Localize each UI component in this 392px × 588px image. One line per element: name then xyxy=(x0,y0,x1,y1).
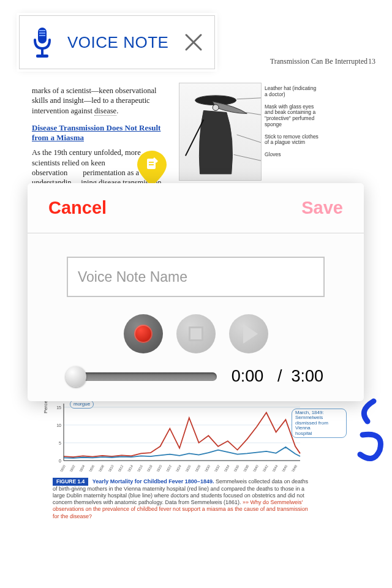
svg-text:1814: 1814 xyxy=(127,464,134,472)
stop-icon xyxy=(189,326,203,341)
svg-text:1822: 1822 xyxy=(165,464,172,472)
svg-text:1816: 1816 xyxy=(137,464,143,472)
svg-text:1810: 1810 xyxy=(107,464,114,472)
cancel-button[interactable]: Cancel xyxy=(48,198,107,218)
svg-line-2 xyxy=(237,98,261,99)
modal-toolbar: Cancel Save xyxy=(28,183,364,233)
microphone-icon xyxy=(31,26,54,58)
chart-callout-dismissed: March, 1849: Semmelweisdismissed from Vi… xyxy=(292,409,347,438)
svg-line-3 xyxy=(246,112,261,115)
svg-text:1826: 1826 xyxy=(184,464,191,472)
record-icon xyxy=(134,325,153,343)
voice-note-name-input[interactable] xyxy=(67,257,325,297)
voice-note-recorder-modal: Cancel Save 0:00 / 3:00 xyxy=(28,183,364,401)
play-button[interactable] xyxy=(229,314,268,353)
svg-text:1830: 1830 xyxy=(204,464,211,472)
svg-text:1848: 1848 xyxy=(291,464,298,472)
svg-text:1846: 1846 xyxy=(281,464,288,472)
section-heading: Disease Transmission Does Not Result fro… xyxy=(32,123,170,143)
time-display: 0:00 / 3:00 xyxy=(232,367,323,386)
mortality-chart: 0510151800180218041806180818101812181418… xyxy=(53,401,303,472)
para1-c: . xyxy=(116,107,118,115)
play-icon xyxy=(243,324,258,344)
svg-text:1812: 1812 xyxy=(117,464,124,472)
svg-rect-43 xyxy=(149,164,154,165)
figure-caption: FIGURE 1.4 Yearly Mortality for Childbed… xyxy=(53,478,310,520)
svg-rect-49 xyxy=(36,55,48,58)
svg-text:1802: 1802 xyxy=(69,464,75,472)
svg-text:1820: 1820 xyxy=(156,464,162,472)
svg-text:1804: 1804 xyxy=(78,464,85,472)
svg-rect-47 xyxy=(39,35,45,36)
svg-line-4 xyxy=(237,135,261,143)
para1-b: disease xyxy=(94,107,116,116)
svg-rect-42 xyxy=(149,162,154,163)
running-header: Transmission Can Be Interrupted 13 xyxy=(270,57,368,66)
svg-text:1828: 1828 xyxy=(194,464,201,472)
svg-text:1806: 1806 xyxy=(88,464,95,472)
figure-tag: FIGURE 1.4 xyxy=(53,478,88,486)
svg-text:1838: 1838 xyxy=(243,464,249,472)
voice-note-chip: VOICE NOTE xyxy=(19,15,215,69)
recorder-controls xyxy=(67,314,325,353)
plague-doctor-illustration xyxy=(179,83,262,181)
svg-text:1844: 1844 xyxy=(271,464,278,472)
svg-text:15: 15 xyxy=(56,405,61,410)
time-current: 0:00 xyxy=(232,367,264,385)
scrubber-thumb[interactable] xyxy=(66,366,86,387)
svg-text:1808: 1808 xyxy=(98,464,105,472)
svg-text:0: 0 xyxy=(59,459,61,463)
handwriting-scribble xyxy=(355,398,386,478)
svg-rect-48 xyxy=(41,48,43,55)
svg-text:1818: 1818 xyxy=(146,464,153,472)
time-total: 3:00 xyxy=(291,367,323,385)
time-separator: / xyxy=(277,367,282,385)
svg-line-5 xyxy=(234,154,261,160)
stop-button[interactable] xyxy=(176,314,216,353)
svg-text:1834: 1834 xyxy=(223,464,230,472)
voice-note-title: VOICE NOTE xyxy=(67,33,170,52)
svg-point-1 xyxy=(213,105,219,111)
scrubber-track[interactable] xyxy=(68,372,217,381)
svg-text:5: 5 xyxy=(59,441,61,445)
svg-rect-46 xyxy=(39,32,45,34)
illustration-labels: Leather hat (indicatinga doctor) Mask wi… xyxy=(265,86,338,164)
page-number: 13 xyxy=(368,57,375,66)
svg-text:10: 10 xyxy=(56,423,61,428)
running-header-text: Transmission Can Be Interrupted xyxy=(270,57,368,66)
figure-title: Yearly Mortality for Childbed Fever 1800… xyxy=(92,478,214,484)
svg-rect-45 xyxy=(39,30,45,31)
note-pin-icon[interactable] xyxy=(137,151,167,186)
playback-timeline: 0:00 / 3:00 xyxy=(67,367,325,386)
save-button[interactable]: Save xyxy=(301,198,343,218)
chart-callout-morgue: morgue xyxy=(70,400,94,409)
svg-text:1840: 1840 xyxy=(252,464,259,472)
svg-text:1800: 1800 xyxy=(59,464,66,472)
svg-text:1836: 1836 xyxy=(233,464,239,472)
record-button[interactable] xyxy=(124,314,163,353)
close-icon[interactable] xyxy=(184,32,203,52)
svg-text:1842: 1842 xyxy=(262,464,268,472)
svg-text:1832: 1832 xyxy=(214,464,221,472)
svg-text:1824: 1824 xyxy=(175,464,182,472)
